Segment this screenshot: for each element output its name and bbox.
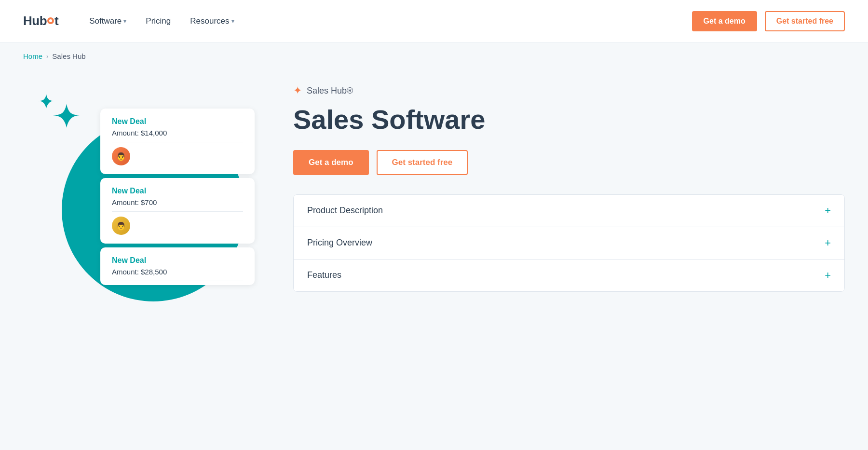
deal-2-amount: Amount: $700	[112, 198, 243, 206]
nav-item-pricing[interactable]: Pricing	[138, 13, 178, 30]
header-demo-button[interactable]: Get a demo	[692, 11, 757, 31]
nav-software-chevron-icon: ▾	[123, 18, 126, 25]
product-illustration: New Deal Amount: $14,000 👨 New Deal Amou…	[23, 80, 255, 340]
breadcrumb-home-link[interactable]: Home	[23, 52, 42, 60]
product-tag-label: Sales Hub®	[307, 86, 353, 96]
accordion-expand-icon-features: +	[825, 270, 831, 281]
deals-container: New Deal Amount: $14,000 👨 New Deal Amou…	[100, 109, 255, 285]
accordion-expand-icon-product-description: +	[825, 205, 831, 216]
logo-text: Hubt	[23, 14, 58, 28]
deal-3-divider	[112, 281, 243, 281]
header: Hubt Software ▾ Pricing Resources ▾ Get …	[0, 0, 868, 42]
nav-item-software[interactable]: Software ▾	[81, 13, 134, 30]
deal-card-1: New Deal Amount: $14,000 👨	[100, 109, 255, 174]
breadcrumb-separator-icon: ›	[46, 53, 48, 60]
accordion-label-pricing-overview: Pricing Overview	[307, 238, 372, 248]
deal-1-amount: Amount: $14,000	[112, 129, 243, 137]
accordion: Product Description + Pricing Overview +…	[293, 194, 845, 292]
logo-spot-icon	[47, 17, 54, 24]
accordion-item-product-description: Product Description +	[294, 195, 844, 227]
nav-resources-chevron-icon: ▾	[231, 18, 234, 25]
main-nav: Software ▾ Pricing Resources ▾	[81, 13, 692, 30]
nav-resources-label: Resources	[190, 16, 229, 26]
accordion-label-features: Features	[307, 270, 341, 280]
sales-hub-icon: ✦	[293, 84, 302, 97]
sparkles-decoration	[38, 94, 76, 133]
logo[interactable]: Hubt	[23, 14, 58, 28]
nav-software-label: Software	[89, 16, 122, 26]
deal-3-title: New Deal	[112, 256, 243, 265]
deal-1-title: New Deal	[112, 117, 243, 126]
deal-2-divider	[112, 211, 243, 212]
breadcrumb: Home › Sales Hub	[0, 42, 868, 70]
product-start-free-button[interactable]: Get started free	[377, 150, 468, 175]
main-content: New Deal Amount: $14,000 👨 New Deal Amou…	[0, 70, 868, 369]
deal-1-divider	[112, 142, 243, 142]
deal-3-amount: Amount: $28,500	[112, 268, 243, 276]
product-demo-button[interactable]: Get a demo	[293, 150, 369, 175]
deal-card-3: New Deal Amount: $28,500	[100, 247, 255, 285]
product-title: Sales Software	[293, 105, 845, 135]
accordion-label-product-description: Product Description	[307, 205, 383, 216]
accordion-item-pricing-overview: Pricing Overview +	[294, 227, 844, 259]
product-buttons: Get a demo Get started free	[293, 150, 845, 175]
header-actions: Get a demo Get started free	[692, 11, 845, 31]
header-start-free-button[interactable]: Get started free	[765, 11, 845, 31]
nav-item-resources[interactable]: Resources ▾	[182, 13, 242, 30]
deal-2-avatar: 👨	[112, 217, 130, 235]
accordion-header-pricing-overview[interactable]: Pricing Overview +	[294, 227, 844, 259]
nav-pricing-label: Pricing	[146, 16, 171, 26]
deal-1-avatar: 👨	[112, 147, 130, 165]
accordion-header-features[interactable]: Features +	[294, 259, 844, 291]
product-tag: ✦ Sales Hub®	[293, 84, 845, 97]
accordion-item-features: Features +	[294, 259, 844, 291]
deal-2-title: New Deal	[112, 187, 243, 195]
accordion-header-product-description[interactable]: Product Description +	[294, 195, 844, 227]
product-info: ✦ Sales Hub® Sales Software Get a demo G…	[293, 80, 845, 292]
accordion-expand-icon-pricing-overview: +	[825, 238, 831, 248]
breadcrumb-current: Sales Hub	[52, 52, 85, 60]
deal-card-2: New Deal Amount: $700 👨	[100, 178, 255, 244]
sparkles-svg	[38, 94, 81, 137]
